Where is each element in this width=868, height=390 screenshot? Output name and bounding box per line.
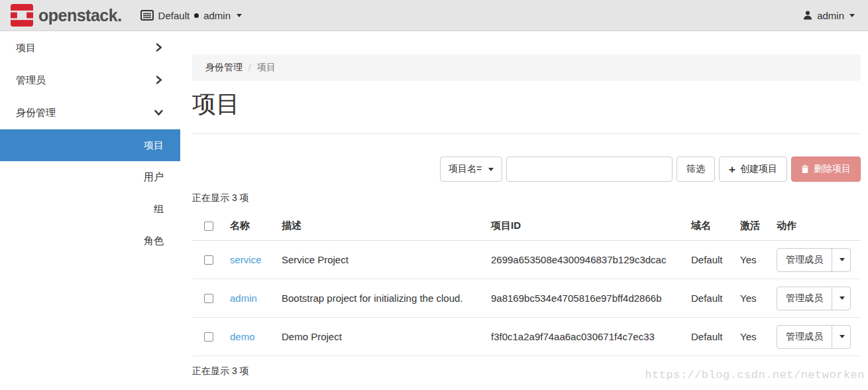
chevron-right-icon: [154, 42, 163, 54]
row-checkbox[interactable]: [204, 332, 213, 342]
row-actions-split-button: 管理成员: [777, 325, 851, 349]
openstack-logo-icon: [11, 4, 33, 27]
sidebar-item-groups[interactable]: 组: [0, 193, 180, 225]
chevron-down-icon: [840, 335, 845, 338]
sidebar-item-label: 管理员: [16, 74, 46, 87]
project-description: Demo Project: [270, 318, 480, 356]
chevron-right-icon: [154, 75, 163, 86]
chevron-down-icon: [154, 107, 163, 119]
column-header-project-id[interactable]: 项目ID: [480, 211, 680, 241]
project-id: 2699a653508e4300946837b129c3dcac: [480, 241, 680, 279]
manage-members-button[interactable]: 管理成员: [777, 326, 832, 348]
row-actions-split-button: 管理成员: [777, 248, 851, 272]
project-name-link[interactable]: admin: [230, 292, 257, 304]
row-actions-dropdown-toggle[interactable]: [832, 249, 850, 271]
user-menu[interactable]: admin: [802, 10, 855, 21]
sidebar-item-project[interactable]: 项目: [0, 32, 180, 64]
project-domain: Default: [680, 279, 729, 318]
sidebar-subitem-label: 用户: [144, 171, 164, 184]
table-row: service Service Project 2699a653508e4300…: [192, 241, 861, 279]
project-description: Bootstrap project for initializing the c…: [270, 279, 480, 318]
chevron-down-icon: [840, 258, 845, 261]
sidebar: 项目 管理员 身份管理 项目 用户 组 角色: [0, 32, 180, 390]
project-enabled: Yes: [729, 279, 765, 318]
openstack-brand[interactable]: openstack.: [11, 4, 122, 27]
table-toolbar: 项目名= 筛选 + 创建项目 删除项目: [192, 157, 861, 182]
sidebar-subitem-label: 角色: [144, 235, 164, 247]
breadcrumb-current: 项目: [257, 62, 276, 74]
context-list-icon: [140, 10, 154, 21]
sidebar-item-identity[interactable]: 身份管理: [0, 97, 180, 129]
table-header-row: 名称 描述 项目ID 域名 激活 动作: [192, 211, 861, 241]
chevron-down-icon: [488, 168, 494, 171]
delete-project-label: 删除项目: [814, 163, 851, 175]
filter-field-dropdown[interactable]: 项目名=: [440, 157, 502, 182]
user-icon: [802, 10, 813, 21]
user-name: admin: [817, 10, 844, 21]
sidebar-subitem-label: 项目: [144, 139, 164, 152]
sidebar-subitem-label: 组: [154, 203, 164, 216]
context-separator-dot: [194, 13, 199, 18]
row-checkbox[interactable]: [204, 294, 213, 303]
column-header-enabled[interactable]: 激活: [729, 211, 765, 241]
items-count-top: 正在显示 3 项: [192, 192, 861, 204]
filter-button[interactable]: 筛选: [677, 157, 715, 182]
trash-icon: [801, 164, 809, 174]
chevron-down-icon: [849, 14, 855, 17]
chevron-down-icon: [840, 296, 845, 300]
brand-text: openstack.: [38, 6, 122, 25]
column-header-domain[interactable]: 域名: [680, 211, 729, 241]
filter-input[interactable]: [506, 157, 673, 182]
project-name-link[interactable]: demo: [230, 331, 255, 342]
sidebar-item-admin[interactable]: 管理员: [0, 64, 180, 97]
project-domain: Default: [680, 241, 729, 279]
project-description: Service Project: [270, 241, 480, 279]
project-id: f3f0c1a2a9f74aa6ac030671f4c7ec33: [480, 318, 680, 356]
breadcrumb: 身份管理 / 项目: [192, 54, 861, 81]
breadcrumb-separator: /: [248, 62, 251, 73]
context-domain: Default: [158, 10, 190, 21]
context-project: admin: [203, 10, 231, 21]
watermark-text: https://blog.csdn.net/networken: [645, 369, 865, 381]
filter-field-label: 项目名=: [449, 163, 482, 175]
row-actions-split-button: 管理成员: [777, 287, 851, 310]
sidebar-item-label: 身份管理: [16, 107, 56, 119]
title-divider: [192, 133, 861, 134]
project-id: 9a8169bc534e4705816e97bff4d2866b: [480, 279, 680, 318]
projects-table: 名称 描述 项目ID 域名 激活 动作 service Service Proj…: [192, 211, 861, 356]
sidebar-item-roles[interactable]: 角色: [0, 225, 180, 257]
table-row: admin Bootstrap project for initializing…: [192, 279, 861, 318]
sidebar-item-projects[interactable]: 项目: [0, 129, 180, 161]
top-navbar: openstack. Default admin admin: [0, 0, 868, 31]
manage-members-button[interactable]: 管理成员: [777, 287, 832, 310]
row-checkbox[interactable]: [204, 255, 213, 265]
create-project-button[interactable]: + 创建项目: [719, 157, 787, 182]
chevron-down-icon: [237, 14, 242, 17]
manage-members-button[interactable]: 管理成员: [777, 249, 832, 271]
domain-project-switcher[interactable]: Default admin: [140, 10, 242, 21]
filter-button-label: 筛选: [686, 163, 705, 175]
delete-project-button[interactable]: 删除项目: [791, 157, 861, 182]
project-name-link[interactable]: service: [230, 254, 262, 265]
breadcrumb-parent[interactable]: 身份管理: [205, 62, 243, 74]
page-title: 项目: [192, 90, 861, 119]
sidebar-item-label: 项目: [16, 42, 36, 54]
project-domain: Default: [680, 318, 729, 356]
project-enabled: Yes: [729, 241, 765, 279]
project-enabled: Yes: [729, 318, 765, 356]
create-project-label: 创建项目: [740, 163, 777, 175]
sidebar-item-users[interactable]: 用户: [0, 161, 180, 193]
column-header-name[interactable]: 名称: [219, 211, 270, 241]
row-actions-dropdown-toggle[interactable]: [832, 287, 850, 310]
column-header-actions: 动作: [765, 211, 861, 241]
main-content: 身份管理 / 项目 项目 项目名= 筛选 + 创建项目 删除项目: [180, 32, 868, 390]
column-header-description[interactable]: 描述: [270, 211, 480, 241]
select-all-checkbox[interactable]: [204, 222, 213, 231]
plus-icon: +: [729, 164, 735, 175]
row-actions-dropdown-toggle[interactable]: [832, 326, 850, 348]
table-row: demo Demo Project f3f0c1a2a9f74aa6ac0306…: [192, 318, 861, 356]
